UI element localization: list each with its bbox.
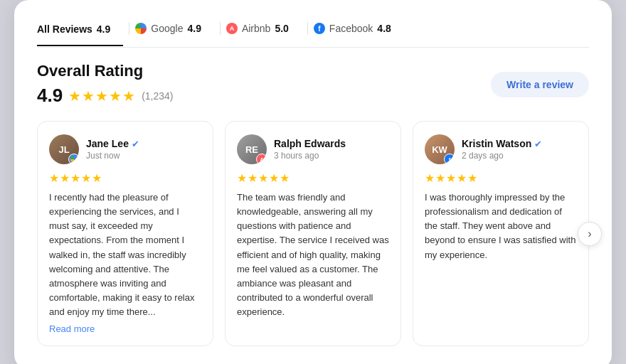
overall-rating-left: Overall Rating 4.9 ★★★★★ (1,234)	[37, 62, 174, 107]
review-stars-kristin: ★★★★★	[425, 171, 577, 185]
platform-badge-airbnb: A	[256, 154, 267, 164]
read-more-jane[interactable]: Read more	[49, 323, 201, 334]
tab-divider-1	[129, 22, 129, 35]
reviews-grid: JL Jane Lee ✔ Just now ★★★★★ I recently …	[37, 121, 589, 346]
rating-row: 4.9 ★★★★★ (1,234)	[37, 85, 174, 107]
tab-google-label: Google	[151, 23, 183, 34]
reviewer-name-row-kristin: Kristin Watson ✔	[462, 138, 577, 149]
google-icon	[135, 23, 147, 34]
avatar-kristin: KW f	[425, 134, 455, 164]
reviewer-name-row-ralph: Ralph Edwards	[274, 138, 389, 149]
review-text-kristin: I was thoroughly impressed by the profes…	[425, 191, 577, 262]
review-text-jane: I recently had the pleasure of experienc…	[49, 191, 201, 319]
review-card-2: KW f Kristin Watson ✔ 2 days ago ★★★★★ I…	[413, 121, 589, 346]
tab-google-score: 4.9	[187, 23, 201, 34]
verified-icon-jane: ✔	[132, 139, 139, 149]
review-time-ralph: 3 hours ago	[274, 151, 389, 161]
airbnb-icon: A	[226, 23, 238, 34]
tab-all-label: All Reviews	[37, 23, 92, 35]
tab-divider-2	[220, 22, 221, 35]
reviewer-name-kristin: Kristin Watson	[462, 138, 531, 149]
tab-airbnb[interactable]: A Airbnb 5.0	[226, 20, 302, 37]
next-review-button[interactable]: ›	[578, 222, 602, 246]
tab-facebook[interactable]: f Facebook 4.8	[314, 20, 404, 37]
overall-rating-title: Overall Rating	[37, 62, 174, 80]
verified-icon-kristin: ✔	[534, 139, 542, 149]
reviewer-name-ralph: Ralph Edwards	[274, 138, 346, 149]
tab-all-score: 4.9	[97, 23, 110, 35]
avatar-ralph: RE A	[237, 134, 267, 164]
platform-badge-google	[68, 154, 79, 164]
review-time-jane: Just now	[86, 151, 201, 161]
write-review-button[interactable]: Write a review	[491, 72, 589, 97]
overall-score: 4.9	[37, 85, 63, 107]
tab-google[interactable]: Google 4.9	[135, 20, 214, 37]
tab-airbnb-label: Airbnb	[242, 23, 270, 34]
review-card-0: JL Jane Lee ✔ Just now ★★★★★ I recently …	[37, 121, 213, 346]
review-count: (1,234)	[142, 90, 173, 102]
tab-airbnb-score: 5.0	[275, 23, 288, 34]
reviewer-info-jane: Jane Lee ✔ Just now	[86, 138, 201, 161]
platform-tabs: All Reviews 4.9 Google 4.9 A Airbnb 5.0 …	[37, 20, 589, 48]
tab-facebook-score: 4.8	[377, 23, 391, 34]
overall-rating-section: Overall Rating 4.9 ★★★★★ (1,234) Write a…	[37, 62, 589, 107]
review-card-1: RE A Ralph Edwards 3 hours ago ★★★★★ The…	[225, 121, 401, 346]
facebook-icon: f	[314, 23, 325, 34]
avatar-jane: JL	[49, 134, 79, 164]
reviewer-info-kristin: Kristin Watson ✔ 2 days ago	[462, 138, 577, 161]
tab-all-reviews[interactable]: All Reviews 4.9	[37, 21, 123, 46]
reviewer-name-row-jane: Jane Lee ✔	[86, 138, 201, 149]
review-time-kristin: 2 days ago	[462, 151, 577, 161]
review-stars-jane: ★★★★★	[49, 171, 201, 185]
reviewer-header-2: KW f Kristin Watson ✔ 2 days ago	[425, 134, 577, 164]
review-text-ralph: The team was friendly and knowledgeable,…	[237, 191, 389, 319]
tab-divider-3	[307, 22, 308, 35]
reviewer-name-jane: Jane Lee	[86, 138, 129, 149]
review-stars-ralph: ★★★★★	[237, 171, 389, 185]
reviewer-header-1: RE A Ralph Edwards 3 hours ago	[237, 134, 389, 164]
reviewer-header-0: JL Jane Lee ✔ Just now	[49, 134, 201, 164]
reviews-widget: All Reviews 4.9 Google 4.9 A Airbnb 5.0 …	[14, 0, 612, 364]
platform-badge-facebook: f	[444, 154, 455, 164]
overall-stars: ★★★★★	[68, 87, 136, 105]
reviewer-info-ralph: Ralph Edwards 3 hours ago	[274, 138, 389, 161]
tab-facebook-label: Facebook	[329, 23, 373, 34]
